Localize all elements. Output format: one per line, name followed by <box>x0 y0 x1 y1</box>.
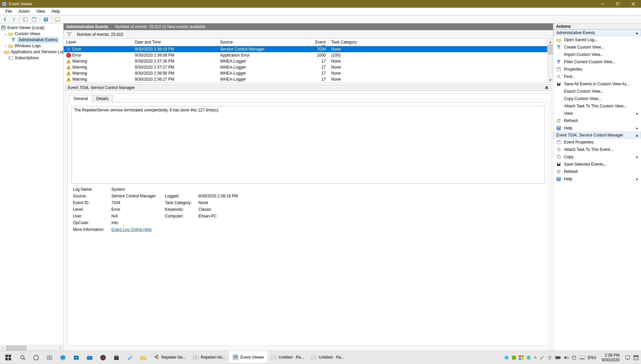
notifications-icon[interactable] <box>625 355 630 360</box>
menu-help[interactable]: Help <box>49 8 64 14</box>
task-view-button[interactable] <box>43 351 56 364</box>
tray-icon[interactable] <box>526 355 531 360</box>
scroll-thumb[interactable] <box>6 346 26 351</box>
action-item[interactable]: Save Selected Events... <box>553 161 641 168</box>
action-item[interactable]: ?Help▸ <box>553 124 641 132</box>
clock[interactable]: 2:39 PM 9/30/2020 <box>599 353 622 362</box>
mail-icon[interactable] <box>83 351 96 364</box>
table-row[interactable]: Warning9/30/2020 2:37:30 PMWHEA-Logger17… <box>64 58 547 64</box>
actions-section-admin-events[interactable]: Administrative Events ▴ <box>553 29 641 36</box>
tray-icon[interactable] <box>572 355 576 360</box>
taskbar-app-repetier[interactable]: Repetier-Ho... <box>189 351 229 364</box>
action-item[interactable]: Save All Events in Custom View As... <box>553 80 641 88</box>
volume-icon[interactable] <box>564 355 569 360</box>
maximize-button[interactable] <box>610 0 626 8</box>
action-item[interactable]: Event Properties <box>553 139 641 146</box>
search-button[interactable] <box>16 351 29 364</box>
table-row[interactable]: Warning9/30/2020 2:36:56 PMWHEA-Logger17… <box>64 70 547 76</box>
scroll-left-button[interactable]: ‹ <box>0 345 6 351</box>
menu-file[interactable]: File <box>2 8 15 14</box>
details-close-button[interactable]: ✕ <box>545 85 549 90</box>
language-indicator[interactable]: ENG <box>588 355 597 360</box>
action-item[interactable]: Attach Task To This Event... <box>553 146 641 153</box>
minimize-button[interactable] <box>595 0 610 8</box>
scroll-track[interactable] <box>548 44 553 77</box>
col-source[interactable]: Source <box>217 39 308 46</box>
action-item[interactable]: Copy Custom View... <box>553 95 641 102</box>
tree-root[interactable]: Event Viewer (Local) <box>1 25 63 31</box>
show-hide-tree-button[interactable] <box>22 16 29 23</box>
col-event-id[interactable]: Event ID <box>308 39 329 46</box>
tray-up-icon[interactable] <box>534 356 537 359</box>
start-button[interactable] <box>0 351 16 364</box>
event-log-online-help-link[interactable]: Event Log Online Help <box>111 227 152 232</box>
menu-view[interactable]: View <box>33 8 49 14</box>
action-item[interactable]: Create Custom View... <box>553 43 641 51</box>
movies-icon[interactable] <box>70 351 83 364</box>
scroll-down-button[interactable]: ▾ <box>548 77 553 83</box>
tray-icon[interactable] <box>540 355 544 360</box>
action-item[interactable]: Find... <box>553 73 641 80</box>
action-item[interactable]: Filter Current Custom View... <box>553 58 641 66</box>
forward-button[interactable] <box>10 16 17 23</box>
taskbar-app-eventviewer[interactable]: Event Viewer <box>229 351 267 364</box>
expand-icon[interactable]: › <box>3 43 8 48</box>
table-row[interactable]: !Error9/30/2020 2:38:08 PMApplication Er… <box>64 52 547 58</box>
table-row[interactable]: Warning9/30/2020 2:37:27 PMWHEA-Logger17… <box>64 64 547 70</box>
action-item[interactable]: Copy▸ <box>553 153 641 161</box>
keyboard-icon[interactable] <box>579 356 585 360</box>
action-item[interactable]: Properties <box>553 66 641 73</box>
nav-horizontal-scrollbar[interactable]: ‹ › <box>0 345 63 351</box>
help-button[interactable]: ? <box>42 16 50 23</box>
action-item[interactable]: Attach Task To This Custom View... <box>553 102 641 110</box>
svg-rect-77 <box>234 356 237 356</box>
wifi-icon[interactable] <box>547 355 552 360</box>
action-item[interactable]: Refresh <box>553 168 641 175</box>
tray-icon[interactable] <box>512 355 516 360</box>
table-row[interactable]: Warning9/30/2020 2:36:27 PMWHEA-Logger17… <box>64 76 547 82</box>
table-row[interactable]: iError9/30/2020 2:38:19 PMService Contro… <box>64 46 547 52</box>
action-item[interactable]: Export Custom View... <box>553 88 641 95</box>
action-item[interactable]: View▸ <box>553 110 641 117</box>
scroll-thumb[interactable] <box>548 44 553 55</box>
action-item[interactable]: Refresh <box>553 117 641 124</box>
scroll-up-button[interactable]: ▴ <box>548 39 553 44</box>
actions-section-event[interactable]: Event 7034, Service Control Manager ▴ <box>553 132 641 139</box>
todo-icon[interactable] <box>123 351 136 364</box>
tree-windows-logs[interactable]: › Windows Logs <box>1 43 63 49</box>
explorer-icon[interactable] <box>136 351 150 364</box>
menu-action[interactable]: Action <box>15 8 33 14</box>
collapse-icon[interactable]: ⌄ <box>3 31 8 36</box>
taskbar-app-paint[interactable]: Untitled - Pa... <box>267 351 307 364</box>
col-date[interactable]: Date and Time <box>132 39 217 46</box>
tray-icon[interactable] <box>519 355 524 360</box>
action-item[interactable]: ?Help▸ <box>553 175 641 183</box>
grid-vertical-scrollbar[interactable]: ▴ ▾ <box>547 39 553 83</box>
action-icon <box>556 59 561 65</box>
calendar-notification-icon[interactable]: 12 <box>633 355 639 361</box>
action-item[interactable]: Import Custom View... <box>553 51 641 58</box>
preview-pane-button[interactable] <box>54 16 61 23</box>
store-icon[interactable] <box>110 351 123 364</box>
battery-icon[interactable] <box>555 356 561 360</box>
taskbar-app-chrome[interactable]: Repetier-Se... <box>150 351 189 364</box>
taskbar-app-paint[interactable]: Untitled - Pa... <box>307 351 348 364</box>
edge-icon[interactable] <box>56 351 70 364</box>
properties-button[interactable] <box>30 16 38 23</box>
tab-details[interactable]: Details <box>92 95 113 103</box>
action-item[interactable]: Open Saved Log... <box>553 36 641 43</box>
scroll-right-button[interactable]: › <box>58 345 63 351</box>
col-task-category[interactable]: Task Category <box>329 39 547 46</box>
cortana-button[interactable] <box>29 351 43 364</box>
tree-custom-views[interactable]: ⌄ Custom Views <box>1 31 63 37</box>
tree-apps-services[interactable]: › Applications and Services Logs <box>1 49 63 55</box>
taskbar-app-label: Repetier-Se... <box>161 355 186 360</box>
tray-icon[interactable] <box>504 355 509 360</box>
tree-subscriptions[interactable]: Subscriptions <box>1 55 63 61</box>
circle-icon[interactable] <box>96 351 110 364</box>
close-button[interactable] <box>626 0 641 8</box>
col-level[interactable]: Level <box>64 39 132 46</box>
tab-general[interactable]: General <box>69 95 92 103</box>
back-button[interactable] <box>1 16 9 23</box>
tree-admin-events[interactable]: Administrative Events <box>1 37 63 43</box>
